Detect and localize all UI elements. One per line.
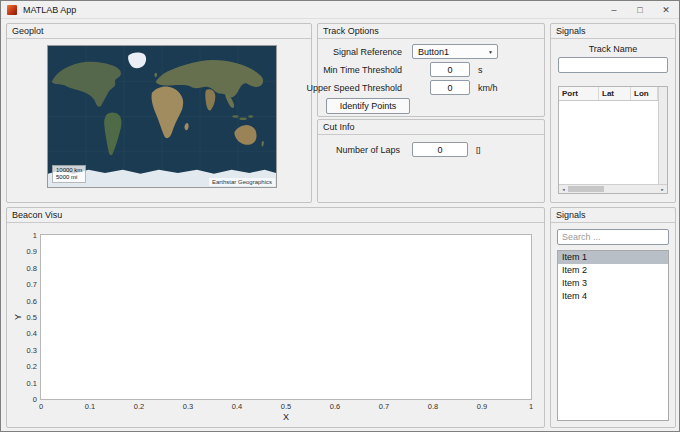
cut-info-panel-title: Cut Info (318, 120, 544, 135)
signals-top-panel: Signals Track Name Port Lat Lon ◄ ► (550, 23, 676, 203)
list-item[interactable]: Item 4 (558, 290, 668, 303)
laps-unit-label: [] (476, 145, 480, 154)
search-input[interactable] (557, 229, 669, 245)
table-header-lat: Lat (599, 87, 631, 100)
y-tick-label: 0.1 (27, 378, 37, 387)
scroll-right-icon[interactable]: ► (658, 185, 667, 193)
signals-bottom-panel: Signals Item 1 Item 2 Item 3 Item 4 (550, 207, 676, 428)
upper-speed-input[interactable] (430, 80, 470, 95)
table-header-lon: Lon (631, 87, 658, 100)
signals-bottom-panel-title: Signals (551, 208, 675, 223)
scrollbar-thumb[interactable] (568, 186, 604, 192)
x-axis-label: X (283, 412, 289, 422)
vertical-scrollbar[interactable] (658, 87, 667, 184)
x-tick-label: 0.9 (477, 402, 487, 411)
scroll-left-icon[interactable]: ◄ (559, 185, 568, 193)
beacon-visu-panel: Beacon Visu 0 0.1 0.2 0.3 0.4 0.5 0.6 0.… (6, 207, 545, 428)
list-item[interactable]: Item 1 (558, 251, 668, 264)
window-title: MATLAB App (23, 5, 76, 15)
y-tick-label: 0.7 (27, 280, 37, 289)
x-tick-label: 0.5 (281, 402, 291, 411)
y-tick-label: 1 (33, 231, 37, 240)
scale-km-label: 10000 km (56, 167, 82, 174)
window-controls: – □ ✕ (601, 1, 679, 18)
chevron-down-icon: ▼ (488, 49, 497, 55)
y-tick-label: 0.2 (27, 362, 37, 371)
x-tick-label: 0.1 (85, 402, 95, 411)
upper-speed-unit: km/h (478, 83, 498, 93)
map-scalebar: 10000 km 5000 mi (52, 165, 86, 183)
geoplot-panel: Geoplot (6, 23, 312, 203)
beacon-axes: 0 0.1 0.2 0.3 0.4 0.5 0.6 0.7 0.8 0.9 1 … (40, 234, 532, 400)
x-tick-label: 1 (529, 402, 533, 411)
beacon-visu-panel-title: Beacon Visu (7, 208, 544, 223)
y-tick-label: 0 (33, 395, 37, 404)
upper-speed-label: Upper Speed Threshold (307, 83, 402, 93)
signal-reference-value: Button1 (418, 47, 449, 57)
min-time-input[interactable] (430, 62, 470, 77)
table-header-row: Port Lat Lon (559, 87, 658, 101)
number-of-laps-input[interactable] (412, 142, 468, 157)
scale-mi-label: 5000 mi (56, 174, 82, 181)
minimize-button[interactable]: – (601, 1, 627, 18)
table-header-port: Port (559, 87, 599, 100)
x-tick-label: 0.2 (134, 402, 144, 411)
table-body (559, 101, 658, 184)
y-tick-label: 0.9 (27, 247, 37, 256)
y-tick-label: 0.5 (27, 313, 37, 322)
list-item[interactable]: Item 3 (558, 277, 668, 290)
x-tick-label: 0 (39, 402, 43, 411)
maximize-button[interactable]: □ (627, 1, 653, 18)
signal-reference-dropdown[interactable]: Button1 ▼ (412, 44, 498, 59)
x-tick-label: 0.6 (330, 402, 340, 411)
track-options-panel-title: Track Options (318, 24, 544, 39)
y-tick-label: 0.6 (27, 296, 37, 305)
signals-table: Port Lat Lon ◄ ► (558, 86, 668, 194)
close-button[interactable]: ✕ (653, 1, 679, 18)
signal-reference-label: Signal Reference (333, 47, 402, 57)
identify-points-button[interactable]: Identify Points (326, 98, 410, 114)
track-options-panel: Track Options Signal Reference Button1 ▼… (317, 23, 545, 117)
number-of-laps-label: Number of Laps (336, 145, 400, 155)
min-time-unit: s (478, 65, 483, 75)
x-tick-label: 0.3 (183, 402, 193, 411)
matlab-app-window: MATLAB App – □ ✕ Geoplot (0, 0, 680, 432)
y-tick-label: 0.3 (27, 345, 37, 354)
horizontal-scrollbar[interactable]: ◄ ► (559, 184, 667, 193)
signals-top-panel-title: Signals (551, 24, 675, 39)
geoplot-panel-title: Geoplot (7, 24, 311, 39)
track-name-label: Track Name (551, 44, 675, 54)
matlab-icon (7, 5, 17, 15)
x-tick-label: 0.7 (379, 402, 389, 411)
list-item[interactable]: Item 2 (558, 264, 668, 277)
y-tick-label: 0.8 (27, 263, 37, 272)
x-tick-label: 0.8 (428, 402, 438, 411)
track-name-input[interactable] (558, 57, 668, 73)
signals-listbox: Item 1 Item 2 Item 3 Item 4 (557, 250, 669, 421)
geoplot-map[interactable]: 10000 km 5000 mi Earthstar Geographics (47, 45, 277, 188)
x-tick-label: 0.4 (232, 402, 242, 411)
cut-info-panel: Cut Info Number of Laps [] (317, 119, 545, 203)
y-tick-label: 0.4 (27, 329, 37, 338)
min-time-label: Min Time Threshold (323, 65, 402, 75)
y-axis-label: Y (13, 314, 23, 320)
titlebar: MATLAB App – □ ✕ (1, 1, 679, 19)
map-attribution: Earthstar Geographics (209, 178, 275, 186)
